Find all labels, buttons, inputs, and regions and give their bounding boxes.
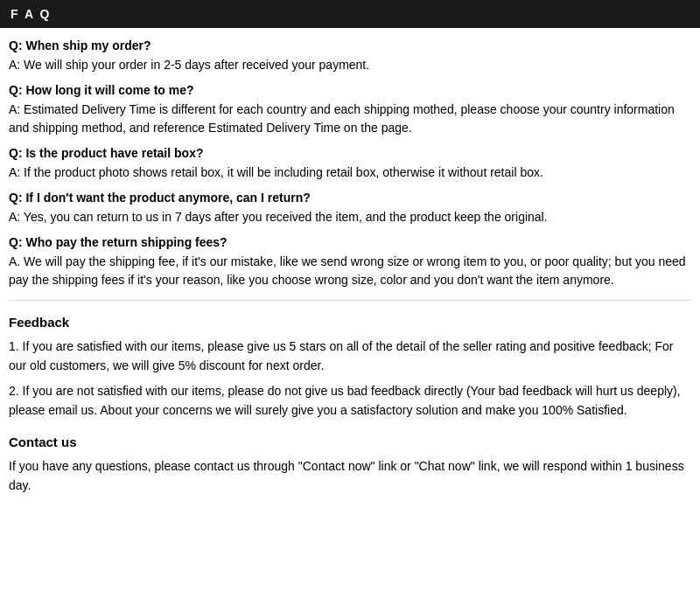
question-1: Q: When ship my order? xyxy=(9,38,691,52)
question-3: Q: Is the product have retail box? xyxy=(9,146,691,160)
faq-item-2: Q: How long it will come to me? A: Estim… xyxy=(9,83,691,137)
feedback-item-2: 2. If you are not satisfied with our ite… xyxy=(9,381,691,421)
question-2: Q: How long it will come to me? xyxy=(9,83,691,97)
answer-3: A: If the product photo shows retail box… xyxy=(9,163,691,182)
feedback-content: 1. If you are satisfied with our items, … xyxy=(9,337,691,421)
faq-item-4: Q: If I don't want the product anymore, … xyxy=(9,191,691,226)
feedback-section: Feedback 1. If you are satisfied with ou… xyxy=(9,315,691,421)
answer-4: A: Yes, you can return to us in 7 days a… xyxy=(9,208,691,226)
answer-1: A: We will ship your order in 2-5 days a… xyxy=(9,56,691,74)
contact-section: Contact us If you have any questions, pl… xyxy=(9,435,691,496)
question-4: Q: If I don't want the product anymore, … xyxy=(9,191,691,205)
contact-content: If you have any questions, please contac… xyxy=(9,456,691,496)
question-5: Q: Who pay the return shipping fees? xyxy=(9,235,691,249)
faq-item-3: Q: Is the product have retail box? A: If… xyxy=(9,146,691,182)
faq-header: F A Q xyxy=(0,0,700,28)
contact-title: Contact us xyxy=(9,435,691,449)
answer-5: A. We will pay the shipping fee, if it's… xyxy=(9,253,691,289)
answer-2: A: Estimated Delivery Time is different … xyxy=(9,101,691,137)
feedback-title: Feedback xyxy=(9,315,691,330)
feedback-item-1: 1. If you are satisfied with our items, … xyxy=(9,337,691,376)
faq-item-5: Q: Who pay the return shipping fees? A. … xyxy=(9,235,691,289)
faq-item-1: Q: When ship my order? A: We will ship y… xyxy=(9,38,691,74)
section-divider xyxy=(9,300,691,301)
